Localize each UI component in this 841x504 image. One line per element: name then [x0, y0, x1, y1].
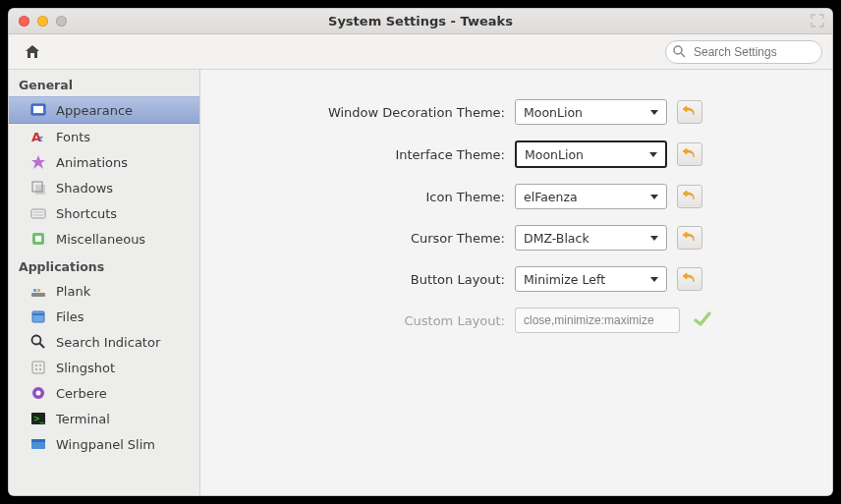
- apply-button[interactable]: [690, 308, 715, 332]
- misc-icon: [30, 231, 46, 247]
- svg-text:z: z: [38, 134, 43, 143]
- svg-rect-21: [32, 362, 44, 373]
- svg-point-24: [35, 368, 37, 370]
- zoom-window-button[interactable]: [56, 16, 67, 27]
- select-value: DMZ-Black: [524, 231, 589, 246]
- sidebar-item-shortcuts[interactable]: Shortcuts: [9, 200, 199, 226]
- terminal-icon: >_: [30, 411, 46, 426]
- icon-theme-select[interactable]: elFaenza: [515, 184, 667, 209]
- sidebar-item-shadows[interactable]: Shadows: [9, 175, 199, 200]
- sidebar-item-label: Search Indicator: [56, 335, 160, 350]
- undo-icon: [682, 188, 698, 206]
- reset-button[interactable]: [677, 267, 702, 291]
- search-input[interactable]: [665, 40, 822, 64]
- sidebar-item-label: Appearance: [56, 103, 133, 118]
- check-icon: [693, 309, 712, 332]
- svg-point-23: [39, 364, 41, 366]
- svg-text:>_: >_: [33, 415, 45, 423]
- sidebar-item-terminal[interactable]: >_Terminal: [9, 406, 199, 431]
- sidebar-item-files[interactable]: Files: [9, 304, 199, 329]
- reset-button[interactable]: [677, 185, 702, 208]
- sidebar-item-miscellaneous[interactable]: Miscellaneous: [9, 226, 199, 252]
- svg-marker-6: [31, 155, 45, 169]
- sidebar-section-title: Applications: [9, 252, 199, 278]
- body: GeneralAppearanceAzFontsAnimationsShadow…: [9, 70, 832, 495]
- sidebar-item-plank[interactable]: Plank: [9, 278, 199, 304]
- close-window-button[interactable]: [19, 16, 29, 27]
- shortcuts-icon: [30, 205, 46, 221]
- sidebar-item-label: Shadows: [56, 181, 113, 196]
- reset-button[interactable]: [677, 142, 702, 166]
- form-row: Button Layout:Minimize Left: [240, 266, 793, 292]
- svg-rect-3: [33, 106, 43, 113]
- form-row: Custom Layout:: [240, 308, 793, 333]
- svg-line-20: [40, 344, 45, 349]
- sidebar-item-label: Shortcuts: [56, 206, 117, 221]
- sidebar-item-fonts[interactable]: AzFonts: [9, 124, 199, 149]
- files-icon: [30, 308, 46, 324]
- interface-theme-select[interactable]: MoonLion: [515, 140, 667, 168]
- sidebar-item-cerbere[interactable]: Cerbere: [9, 380, 199, 406]
- search-indicator-icon: [30, 334, 46, 350]
- svg-point-25: [39, 368, 41, 370]
- svg-point-0: [674, 46, 682, 54]
- content-pane: Window Decoration Theme:MoonLionInterfac…: [200, 70, 832, 495]
- sidebar-item-label: Slingshot: [56, 361, 115, 375]
- undo-icon: [682, 145, 698, 164]
- undo-icon: [682, 270, 698, 289]
- svg-rect-18: [32, 313, 44, 315]
- field-label: Custom Layout:: [240, 313, 505, 328]
- settings-window: System Settings - Tweaks GeneralAppearan…: [8, 8, 833, 496]
- sidebar-item-label: Files: [56, 309, 84, 324]
- svg-point-19: [32, 336, 41, 345]
- plank-icon: [30, 283, 46, 299]
- svg-rect-9: [31, 209, 45, 218]
- custom-layout-input: [515, 308, 680, 333]
- svg-rect-17: [32, 311, 44, 322]
- toolbar: [9, 34, 832, 70]
- select-value: elFaenza: [524, 190, 578, 204]
- home-button[interactable]: [19, 39, 46, 65]
- titlebar: System Settings - Tweaks: [9, 9, 832, 34]
- cerbere-icon: [30, 385, 46, 401]
- svg-rect-14: [31, 293, 45, 297]
- animations-icon: [30, 154, 46, 170]
- svg-point-22: [35, 364, 37, 366]
- select-value: MoonLion: [524, 105, 583, 120]
- sidebar-item-label: Fonts: [56, 130, 90, 144]
- sidebar-item-animations[interactable]: Animations: [9, 149, 199, 175]
- fonts-icon: Az: [30, 129, 46, 144]
- svg-rect-15: [33, 289, 36, 292]
- sidebar-item-search-indicator[interactable]: Search Indicator: [9, 329, 199, 355]
- svg-point-27: [36, 391, 41, 396]
- sidebar-item-label: Cerbere: [56, 386, 107, 401]
- sidebar-item-label: Animations: [56, 155, 128, 170]
- sidebar-item-label: Miscellaneous: [56, 232, 145, 247]
- shadows-icon: [30, 180, 46, 196]
- reset-button[interactable]: [677, 226, 702, 250]
- undo-icon: [682, 103, 698, 122]
- svg-rect-13: [35, 236, 41, 242]
- maximize-icon[interactable]: [811, 14, 824, 30]
- field-label: Button Layout:: [240, 272, 505, 287]
- reset-button[interactable]: [677, 100, 702, 124]
- search-container: [665, 40, 822, 64]
- slingshot-icon: [30, 360, 46, 375]
- minimize-window-button[interactable]: [37, 16, 48, 27]
- field-label: Interface Theme:: [240, 147, 505, 162]
- sidebar-item-appearance[interactable]: Appearance: [9, 96, 199, 124]
- search-icon: [673, 45, 686, 61]
- sidebar-item-label: Terminal: [56, 412, 110, 426]
- window-decoration-theme-select[interactable]: MoonLion: [515, 99, 667, 125]
- select-value: MoonLion: [525, 147, 584, 162]
- select-value: Minimize Left: [524, 272, 605, 287]
- svg-rect-16: [37, 289, 40, 292]
- field-label: Cursor Theme:: [240, 231, 505, 246]
- button-layout-select[interactable]: Minimize Left: [515, 266, 667, 292]
- sidebar: GeneralAppearanceAzFontsAnimationsShadow…: [9, 70, 200, 495]
- sidebar-item-wingpanel-slim[interactable]: Wingpanel Slim: [9, 431, 199, 457]
- sidebar-item-label: Plank: [56, 284, 90, 299]
- undo-icon: [682, 229, 698, 248]
- cursor-theme-select[interactable]: DMZ-Black: [515, 225, 667, 251]
- sidebar-item-slingshot[interactable]: Slingshot: [9, 355, 199, 380]
